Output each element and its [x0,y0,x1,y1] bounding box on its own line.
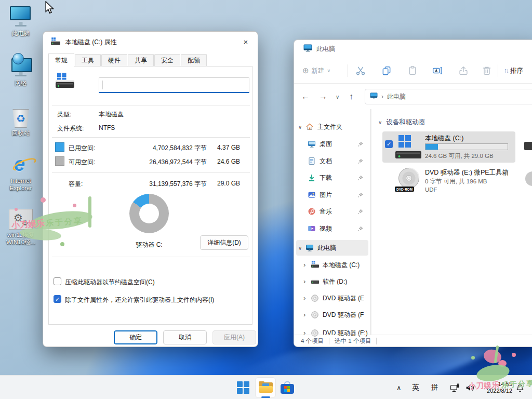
sort-button[interactable]: ↑↓ 排序 [504,64,523,77]
volume-icon[interactable] [465,376,475,399]
desktop-icon-network[interactable]: 网络 [3,56,39,87]
breadcrumb[interactable]: 此电脑 [387,92,406,101]
clipped-dvd-icon [525,171,532,186]
network-icon[interactable] [450,376,460,399]
drive-c-item[interactable]: ✓ 本地磁盘 (C:) 24.6 GB 可用, 共 29.0 GB [382,131,515,163]
desktop-icon-label: 此电脑 [3,30,39,37]
back-icon[interactable]: ← [301,92,310,101]
toolbar-divider [348,64,348,77]
this-pc-icon [305,244,314,252]
explorer-body: ∨ 主文件夹 桌面 文档 下载 图片 [294,109,532,335]
filesystem-value: NTFS [99,124,115,131]
sidebar-item-this-pc[interactable]: ∨ 此电脑 [296,240,368,256]
drive-icon-large [55,73,75,91]
cut-icon[interactable] [355,65,366,76]
desktop-icon-this-pc[interactable]: 此电脑 [3,6,39,37]
type-value: 本地磁盘 [99,110,124,119]
start-button[interactable] [237,381,249,394]
sidebar-item-home[interactable]: ∨ 主文件夹 [296,119,368,135]
share-icon[interactable] [458,65,469,76]
video-icon [308,224,316,233]
drive-caption: 驱动器 C: [108,241,191,249]
tab-security[interactable]: 安全 [154,54,180,66]
chevron-right-icon[interactable]: › [303,312,309,317]
up-icon[interactable]: ↑ [349,92,353,101]
used-space-label: 已用空间: [69,144,95,153]
sidebar-item-downloads[interactable]: 下载 [296,170,368,185]
address-bar[interactable]: › 此电脑 [365,89,532,104]
dialog-titlebar[interactable]: 本地磁盘 (C:) 属性 × [43,32,258,52]
mouse-cursor [45,1,56,17]
sidebar-item-local-disk-c[interactable]: › 本地磁盘 (C:) [296,257,368,273]
tab-quota[interactable]: 配额 [181,54,207,66]
sidebar-item-music[interactable]: 音乐 [296,204,368,219]
volume-name-input[interactable] [99,77,249,93]
tab-tools[interactable]: 工具 [75,54,101,66]
copy-icon[interactable] [381,65,392,76]
notification-bell-icon[interactable] [515,376,525,399]
compress-checkbox[interactable] [54,277,61,285]
plus-circle-icon: ⊕ [302,66,309,75]
tab-hardware[interactable]: 硬件 [101,54,127,66]
rename-icon[interactable] [432,65,443,76]
history-chevron-icon[interactable]: ∨ [336,94,339,100]
delete-icon[interactable] [482,65,492,76]
desktop-icon-recycle-bin[interactable]: ♻ 回收站 [3,106,39,137]
tab-general[interactable]: 常规 [48,53,74,66]
dvd-e-item[interactable]: DVD-ROM DVD 驱动器 (E:) 微PE工具箱 0 字节 可用, 共 1… [382,164,515,195]
ok-button[interactable]: 确定 [114,330,157,344]
tray-show-hidden-icons[interactable]: ∧ [396,376,402,399]
this-pc-icon [370,92,378,101]
selection-checkbox[interactable]: ✓ [385,140,393,148]
pane-divider[interactable] [370,109,371,335]
filesystem-label: 文件系统: [57,124,84,133]
chevron-right-icon[interactable]: › [303,296,309,301]
paste-icon[interactable] [407,65,418,76]
chevron-down-icon[interactable]: ∨ [298,245,303,251]
tab-sharing[interactable]: 共享 [128,54,154,66]
taskbar-clock[interactable]: 14:55 2022/8/12 [479,376,512,399]
dvd-icon [311,311,319,319]
forward-icon[interactable]: → [319,92,327,101]
explorer-titlebar[interactable]: 此电脑 [294,40,532,58]
dialog-tabs: 常规 工具 硬件 共享 安全 配额 [48,52,207,66]
gears-icon: ⚙⚙ [3,208,39,230]
tab-page-general: 类型: 本地磁盘 文件系统: NTFS 已用空间: 4,702,584,832 … [48,66,252,325]
apply-button[interactable]: 应用(A) [212,330,256,344]
new-button[interactable]: ⊕ 新建 ∨ [302,64,330,77]
taskbar-file-explorer[interactable] [255,377,276,398]
sidebar-item-dvd-e[interactable]: › DVD 驱动器 (E [296,290,368,306]
sidebar-item-desktop[interactable]: 桌面 [296,136,368,152]
clock-time: 14:55 [498,381,512,388]
ime-pinyin-indicator[interactable]: 拼 [431,376,438,399]
index-checkbox[interactable]: ✓ [54,295,61,303]
close-icon[interactable]: × [234,32,258,51]
cancel-button[interactable]: 取消 [163,330,207,344]
sidebar-item-dvd-f[interactable]: › DVD 驱动器 (F [296,307,368,323]
desktop-folder-icon [308,140,316,148]
sidebar-item-videos[interactable]: 视频 [296,221,368,236]
desktop-icon-internet-explorer[interactable]: e InternetExplorer [3,154,39,192]
desktop-icon-label: 回收站 [3,129,39,137]
sidebar-item-documents[interactable]: 文档 [296,153,368,169]
drive-windows-icon [311,261,319,269]
capacity-size: 29.0 GB [217,180,240,187]
drive-name: DVD 驱动器 (E:) 微PE工具箱 [425,168,509,177]
pin-icon [357,141,363,147]
divider [52,257,250,257]
chevron-down-icon[interactable]: ∨ [298,124,303,130]
capacity-bytes: 31,139,557,376 字节 [149,180,207,189]
chevron-right-icon[interactable]: › [303,279,309,284]
disk-properties-dialog: 本地磁盘 (C:) 属性 × 常规 工具 硬件 共享 安全 配额 类型: 本地磁… [43,31,258,347]
ime-language-indicator[interactable]: 英 [412,376,419,399]
sidebar-item-pictures[interactable]: 图片 [296,187,368,203]
file-explorer-window: 此电脑 ⊕ 新建 ∨ [294,39,532,347]
network-icon [3,56,39,78]
details-button[interactable]: 详细信息(D) [200,235,248,250]
group-header-devices[interactable]: ∨ 设备和驱动器 [378,118,425,127]
sidebar-item-drive-d[interactable]: › 软件 (D:) [296,274,368,289]
used-space-bytes: 4,702,584,832 字节 [153,144,207,153]
dvd-icon [311,294,319,302]
chevron-right-icon[interactable]: › [303,262,309,268]
desktop-icon-win11-restore[interactable]: ⚙⚙ win11恢复WIN10经... [3,208,39,246]
